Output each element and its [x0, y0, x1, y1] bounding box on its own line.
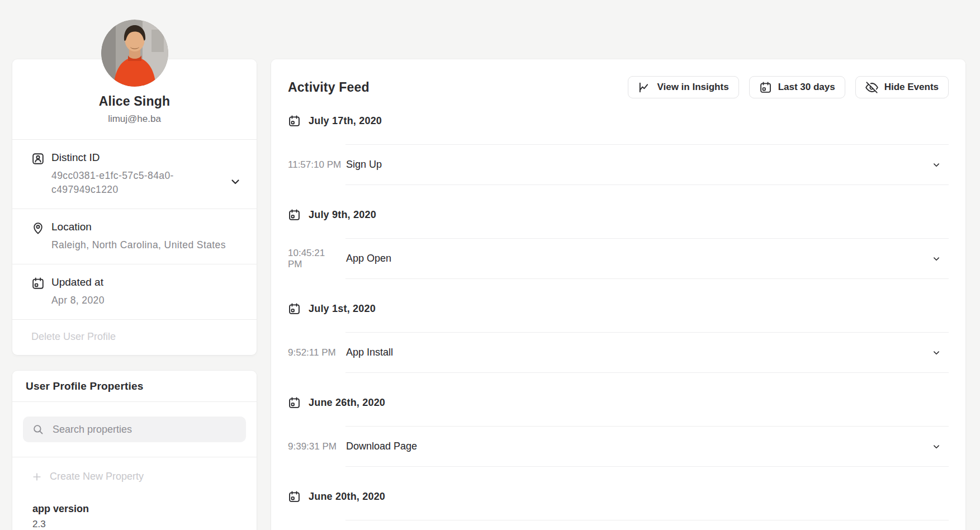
location-pin-icon [31, 221, 45, 235]
properties-search-section [12, 401, 257, 457]
search-input[interactable] [51, 423, 237, 436]
date-group: June 26th, 20209:39:31 PMDownload Page [288, 396, 949, 467]
event-row[interactable]: 10:45:21 PMApp Open [345, 239, 949, 279]
event-rows: 10:45:21 PMApp Open [345, 238, 949, 279]
event-time: 11:57:10 PM [288, 159, 342, 171]
chevron-down-icon[interactable] [931, 160, 941, 170]
toolbar-button-label: Last 30 days [778, 82, 835, 93]
feed-title: Activity Feed [288, 76, 370, 98]
date-group-header: July 9th, 2020 [288, 208, 949, 221]
toolbar-button-view-in-insights[interactable]: View in Insights [628, 76, 738, 98]
date-group-header: June 26th, 2020 [288, 396, 949, 409]
feed-groups: July 17th, 202011:57:10 PMSign UpJuly 9t… [288, 114, 949, 520]
eye-off-icon [865, 81, 878, 94]
date-group: July 9th, 202010:45:21 PMApp Open [288, 208, 949, 279]
create-property-label: Create New Property [50, 471, 144, 482]
date-group: July 1st, 20209:52:11 PMApp Install [288, 302, 949, 373]
date-label: July 17th, 2020 [309, 115, 382, 127]
calendar-icon [288, 396, 301, 409]
property-list: app version2.3 [26, 503, 243, 530]
date-label: June 26th, 2020 [309, 397, 385, 409]
field-label: Updated at [51, 276, 105, 288]
plus-icon [31, 471, 42, 482]
calendar-icon [288, 115, 301, 127]
field-value: 49cc0381-e1fc-57c5-84a0- [51, 169, 174, 183]
user-profile-properties-card: User Profile Properties Create New Prope… [12, 371, 257, 530]
toolbar-button-label: View in Insights [657, 82, 728, 93]
feed-toolbar: View in InsightsLast 30 daysHide Events [628, 76, 949, 98]
calendar-icon [288, 209, 301, 221]
properties-body: Create New Property app version2.3 [12, 457, 257, 530]
date-group-header: July 1st, 2020 [288, 302, 949, 315]
event-time: 9:39:31 PM [288, 441, 342, 452]
page: Alice Singh limuj@he.ba Distinct ID49cc0… [0, 0, 980, 530]
event-row[interactable]: 9:39:31 PMDownload Page [345, 427, 949, 467]
field-value: Raleigh, North Carolina, United States [51, 238, 226, 252]
date-group: July 17th, 202011:57:10 PMSign Up [288, 114, 949, 185]
toolbar-button-last-30-days[interactable]: Last 30 days [749, 76, 845, 98]
sidebar: Alice Singh limuj@he.ba Distinct ID49cc0… [12, 0, 257, 530]
profile-name: Alice Singh [23, 94, 245, 109]
search-icon [32, 423, 44, 436]
date-group-header: July 17th, 2020 [288, 114, 949, 127]
create-property-button[interactable]: Create New Property [26, 471, 243, 482]
event-row[interactable]: 11:57:10 PMSign Up [345, 145, 949, 185]
profile-fields: Distinct ID49cc0381-e1fc-57c5-84a0-c4979… [12, 139, 257, 319]
toolbar-button-hide-events[interactable]: Hide Events [855, 76, 949, 98]
calendar-icon [759, 81, 772, 94]
date-group: June 20th, 2020 [288, 490, 949, 520]
calendar-icon [31, 277, 45, 290]
avatar [101, 20, 168, 87]
event-name: Sign Up [345, 159, 931, 171]
chevron-down-icon[interactable] [931, 348, 941, 358]
chevron-down-icon[interactable] [229, 175, 242, 188]
profile-field-updated-at: Updated atApr 8, 2020 [12, 264, 257, 319]
property-name: app version [32, 503, 243, 515]
insights-chart-icon [638, 81, 651, 94]
property-value: 2.3 [32, 519, 243, 530]
field-text: Distinct ID49cc0381-e1fc-57c5-84a0-c4979… [51, 152, 174, 197]
field-text: Updated atApr 8, 2020 [51, 276, 105, 307]
delete-profile-button[interactable]: Delete User Profile [12, 319, 257, 355]
toolbar-button-label: Hide Events [884, 82, 939, 93]
event-rows [345, 520, 949, 520]
event-name: App Install [345, 347, 931, 358]
field-label: Location [51, 221, 226, 233]
id-card-icon [31, 152, 45, 165]
calendar-icon [288, 302, 301, 315]
search-box[interactable] [23, 417, 246, 442]
event-name: App Open [345, 253, 931, 264]
field-text: LocationRaleigh, North Carolina, United … [51, 221, 226, 252]
profile-field-distinct-id: Distinct ID49cc0381-e1fc-57c5-84a0-c4979… [12, 139, 257, 209]
date-label: July 9th, 2020 [309, 209, 376, 221]
field-value: Apr 8, 2020 [51, 294, 105, 307]
date-label: July 1st, 2020 [309, 303, 376, 315]
event-time: 10:45:21 PM [288, 248, 342, 270]
event-rows: 9:39:31 PMDownload Page [345, 426, 949, 467]
chevron-down-icon[interactable] [931, 442, 941, 452]
chevron-down-icon[interactable] [931, 254, 941, 264]
event-name: Download Page [345, 441, 931, 452]
calendar-icon [288, 490, 301, 503]
event-row[interactable]: 9:52:11 PMApp Install [345, 333, 949, 373]
profile-email: limuj@he.ba [23, 113, 245, 125]
profile-field-location: LocationRaleigh, North Carolina, United … [12, 209, 257, 264]
field-value: c497949c1220 [51, 183, 174, 197]
date-group-header: June 20th, 2020 [288, 490, 949, 503]
activity-feed-card: Activity Feed View in InsightsLast 30 da… [271, 59, 965, 530]
field-label: Distinct ID [51, 152, 174, 164]
event-rows: 9:52:11 PMApp Install [345, 332, 949, 373]
event-time: 9:52:11 PM [288, 347, 342, 358]
user-profile-card: Alice Singh limuj@he.ba Distinct ID49cc0… [12, 59, 257, 355]
property-item: app version2.3 [12, 503, 257, 530]
feed-header: Activity Feed View in InsightsLast 30 da… [288, 59, 949, 98]
event-rows: 11:57:10 PMSign Up [345, 144, 949, 185]
properties-title: User Profile Properties [12, 371, 257, 401]
date-label: June 20th, 2020 [309, 491, 385, 503]
